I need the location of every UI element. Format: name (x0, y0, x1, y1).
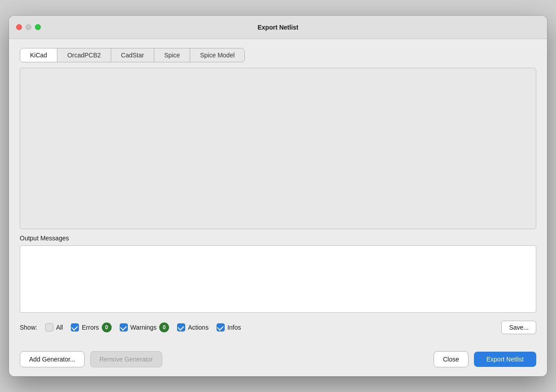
tab-content-area (20, 68, 536, 229)
output-messages-box (20, 245, 536, 313)
checkbox-warnings[interactable] (120, 323, 128, 331)
show-label: Show: (20, 324, 37, 331)
checkbox-actions[interactable] (177, 323, 185, 331)
checkbox-infos-label[interactable]: Infos (227, 324, 241, 331)
checkbox-infos[interactable] (217, 323, 225, 331)
errors-badge: 0 (102, 322, 112, 332)
main-window: Export Netlist KiCad OrcadPCB2 CadStar S… (9, 16, 547, 376)
export-netlist-button[interactable]: Export Netlist (474, 352, 536, 367)
checkbox-group-infos: Infos (217, 323, 241, 331)
tab-cadstar[interactable]: CadStar (111, 48, 154, 62)
maximize-button[interactable] (35, 24, 41, 30)
show-filters-row: Show: All Errors 0 Warnings 0 Actio (20, 318, 536, 337)
warnings-badge: 0 (159, 322, 169, 332)
save-button[interactable]: Save... (501, 321, 536, 334)
checkbox-warnings-label[interactable]: Warnings (130, 324, 157, 331)
checkbox-errors[interactable] (71, 323, 79, 331)
checkbox-group-errors: Errors 0 (71, 322, 111, 332)
tab-kicad[interactable]: KiCad (20, 48, 57, 62)
output-section: Output Messages (20, 235, 536, 313)
tab-orcadpcb2[interactable]: OrcadPCB2 (57, 48, 111, 62)
remove-generator-button: Remove Generator (90, 351, 162, 367)
minimize-button[interactable] (26, 24, 31, 30)
checkbox-all-label[interactable]: All (56, 324, 63, 331)
checkbox-errors-label[interactable]: Errors (82, 324, 99, 331)
tabs-container: KiCad OrcadPCB2 CadStar Spice Spice Mode… (20, 48, 536, 62)
window-title: Export Netlist (257, 24, 298, 31)
titlebar: Export Netlist (9, 16, 547, 39)
tab-bar: KiCad OrcadPCB2 CadStar Spice Spice Mode… (20, 48, 245, 62)
main-content: KiCad OrcadPCB2 CadStar Spice Spice Mode… (9, 39, 547, 346)
add-generator-button[interactable]: Add Generator... (20, 351, 85, 367)
checkbox-group-all: All (45, 323, 63, 331)
tab-spice[interactable]: Spice (154, 48, 190, 62)
close-button[interactable] (16, 24, 22, 30)
checkbox-group-warnings: Warnings 0 (120, 322, 169, 332)
output-messages-label: Output Messages (20, 235, 536, 242)
bottom-bar: Add Generator... Remove Generator Close … (9, 346, 547, 376)
traffic-lights (16, 24, 41, 30)
checkbox-actions-label[interactable]: Actions (188, 324, 208, 331)
tab-spice-model[interactable]: Spice Model (190, 48, 244, 62)
checkbox-group-actions: Actions (177, 323, 208, 331)
checkbox-all[interactable] (45, 323, 53, 331)
close-button[interactable]: Close (434, 351, 469, 367)
